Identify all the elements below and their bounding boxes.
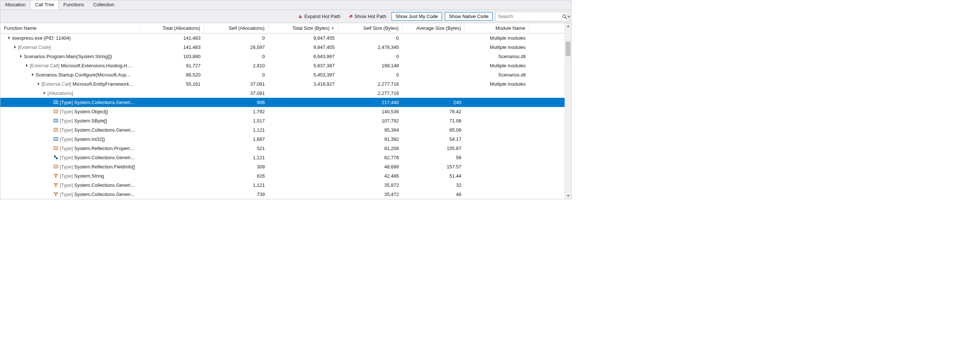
cell-module: Multiple modules: [465, 34, 529, 42]
tree-row[interactable]: [Type] System.Collections.Generi…1,12162…: [0, 153, 565, 162]
tree-row[interactable]: [Type] System.SByte[]1,517107,79271.06: [0, 116, 565, 125]
cell-self: 826: [204, 171, 269, 180]
cell-self: 0: [204, 52, 269, 61]
tree-row[interactable]: iisexpress.exe (PID: 11404)141,48309,847…: [0, 34, 565, 43]
tree-row[interactable]: [Type] System.String82642,48651.44: [0, 171, 565, 180]
row-label: [External Call] Microsoft.Extensions.Hos…: [30, 63, 132, 69]
type-icon: [53, 136, 59, 142]
cell-total: [140, 134, 204, 144]
cell-avg: 85.09: [402, 125, 465, 134]
cell-module: [465, 144, 529, 153]
expander-icon[interactable]: [36, 81, 40, 86]
col-module-name[interactable]: Module Name: [465, 23, 529, 33]
cell-self: 906: [204, 98, 269, 107]
cell-avg: 71.06: [402, 116, 465, 125]
tree-row[interactable]: [External Code]141,48326,5979,847,4552,4…: [0, 43, 565, 52]
svg-rect-12: [54, 128, 58, 131]
scroll-down-icon[interactable]: [565, 192, 571, 199]
search-icon[interactable]: [562, 14, 567, 19]
grid-header: Function Name Total (Allocations) Self (…: [0, 23, 565, 34]
scroll-up-icon[interactable]: [565, 23, 571, 30]
toolbar: Expand Hot Path Show Hot Path Show Just …: [0, 10, 571, 23]
expander-icon[interactable]: [30, 72, 34, 77]
tree-row[interactable]: [Type] System.Collections.Generi…1,12135…: [0, 180, 565, 190]
row-label: [External Code]: [18, 45, 51, 50]
cell-total: [140, 89, 204, 97]
type-icon: [53, 192, 59, 197]
tab-collection[interactable]: Collection: [89, 0, 119, 10]
tree-row[interactable]: Scenarios.Startup.Configure(Microsoft.As…: [0, 70, 565, 80]
cell-totalsize: 5,837,387: [269, 61, 338, 70]
cell-module: [465, 171, 529, 180]
cell-avg: 78.42: [402, 107, 465, 116]
col-total-size[interactable]: Total Size (Bytes) ▼: [269, 23, 338, 33]
tree-row[interactable]: [Type] System.Reflection.Propert…52181,2…: [0, 144, 565, 153]
col-average-size[interactable]: Average Size (Bytes): [402, 23, 465, 33]
col-function-name[interactable]: Function Name: [0, 23, 140, 33]
tree-row[interactable]: [Type] System.Collections.Generi…906217,…: [0, 98, 565, 107]
cell-module: Multiple modules: [465, 61, 529, 70]
expander-icon: [48, 109, 52, 113]
expander-icon[interactable]: [12, 45, 16, 49]
tree-row[interactable]: [External Call] Microsoft.EntityFramewor…: [0, 80, 565, 89]
tree-row[interactable]: [Allocations]37,0812,277,716: [0, 89, 565, 98]
cell-module: [465, 125, 529, 134]
cell-avg: 48: [402, 190, 465, 198]
search-field[interactable]: [496, 14, 562, 19]
tree-row[interactable]: [External Call] Microsoft.Extensions.Hos…: [0, 61, 565, 70]
tree-row[interactable]: [Type] System.Reflection.FieldInfo[]3094…: [0, 162, 565, 171]
col-self-size[interactable]: Self Size (Bytes): [338, 23, 402, 33]
cell-total: [140, 190, 204, 198]
cell-totalsize: 9,847,455: [269, 34, 338, 42]
cell-avg: [402, 70, 465, 79]
cell-avg: 240: [402, 98, 465, 107]
cell-avg: 54.17: [402, 134, 465, 144]
row-label: [Type] System.String: [60, 173, 104, 179]
expander-icon[interactable]: [41, 91, 46, 95]
tab-allocation[interactable]: Allocation: [0, 0, 30, 10]
cell-self: 37,081: [204, 89, 269, 97]
row-label: [Type] System.Collections.Generi…: [60, 127, 135, 133]
cell-selfsize: 217,440: [338, 98, 402, 107]
cell-selfsize: 107,792: [338, 116, 402, 125]
search-input[interactable]: [495, 12, 569, 21]
expander-icon[interactable]: [18, 54, 22, 59]
col-total-allocations[interactable]: Total (Allocations): [140, 23, 204, 33]
cell-module: [465, 116, 529, 125]
type-icon: [53, 182, 59, 187]
expander-icon: [48, 137, 52, 141]
row-label: [Type] System.SByte[]: [60, 118, 107, 123]
search-dropdown-icon[interactable]: [567, 12, 570, 21]
tree-row[interactable]: Scenarios.Program.Main(System.String[])1…: [0, 52, 565, 61]
tab-call-tree[interactable]: Call Tree: [30, 0, 59, 10]
svg-rect-3: [54, 101, 58, 104]
cell-total: 86,520: [140, 70, 204, 79]
cell-self: 2,810: [204, 61, 269, 70]
cell-module: Scenarios.dll: [465, 70, 529, 79]
vertical-scrollbar[interactable]: [565, 23, 571, 199]
tree-row[interactable]: [Type] System.Collections.Generi…73935,4…: [0, 190, 565, 199]
cell-module: [465, 190, 529, 198]
show-hot-path-button[interactable]: Show Hot Path: [346, 13, 389, 20]
scroll-thumb[interactable]: [566, 42, 570, 56]
tree-row[interactable]: [Type] System.Int32[]1,68791,39254.17: [0, 134, 565, 144]
show-native-code-button[interactable]: Show Native Code: [445, 12, 493, 21]
expander-icon[interactable]: [6, 36, 11, 40]
cell-total: 141,483: [140, 43, 204, 51]
expand-hot-path-button[interactable]: Expand Hot Path: [296, 13, 343, 20]
expander-icon[interactable]: [24, 63, 28, 68]
svg-rect-6: [54, 110, 58, 113]
tree-row[interactable]: [Type] System.Object[]1,792140,53678.42: [0, 107, 565, 116]
tab-functions[interactable]: Functions: [59, 0, 89, 10]
row-label: [Type] System.Reflection.Propert…: [60, 145, 134, 151]
svg-rect-21: [54, 155, 56, 157]
expander-icon: [48, 146, 52, 150]
show-just-my-code-button[interactable]: Show Just My Code: [391, 12, 442, 21]
svg-point-0: [351, 15, 352, 16]
col-self-allocations[interactable]: Self (Allocations): [204, 23, 269, 33]
cell-avg: 32: [402, 180, 465, 189]
row-label: iisexpress.exe (PID: 11404): [12, 35, 71, 41]
tree-row[interactable]: [Type] System.Collections.Generi…1,12195…: [0, 125, 565, 134]
cell-totalsize: [269, 134, 338, 144]
cell-self: 0: [204, 34, 269, 42]
